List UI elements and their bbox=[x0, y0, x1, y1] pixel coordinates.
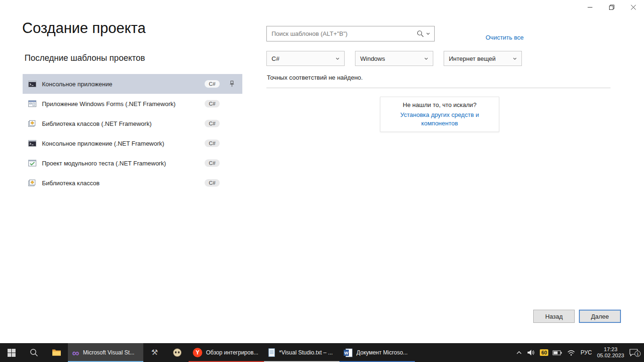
class-library-icon bbox=[28, 180, 37, 186]
taskbar: ∞ Microsoft Visual St... ⚒ Y Обзор интег… bbox=[0, 343, 644, 362]
yandex-browser-icon: Y bbox=[193, 348, 202, 357]
notification-count-badge: 1 bbox=[635, 351, 641, 357]
file-explorer-button[interactable] bbox=[45, 343, 68, 362]
template-row[interactable]: Библиотека классов C# bbox=[23, 173, 242, 193]
chevron-down-icon bbox=[424, 58, 428, 60]
template-row[interactable]: Консольное приложение C# bbox=[23, 74, 242, 94]
taskbar-task-notepad[interactable]: *Visual Studio.txt – ... bbox=[264, 343, 339, 362]
template-label: Библиотека классов (.NET Framework) bbox=[42, 120, 205, 127]
action-center-button[interactable]: 1 bbox=[628, 349, 639, 356]
page-title: Создание проекта bbox=[22, 20, 146, 37]
windows-logo-icon bbox=[8, 349, 16, 357]
not-found-title: Не нашли то, что искали? bbox=[383, 101, 496, 108]
template-label: Библиотека классов bbox=[42, 180, 205, 187]
language-badge: C# bbox=[205, 140, 220, 147]
language-indicator[interactable]: РУС bbox=[579, 349, 593, 356]
speaker-icon bbox=[527, 349, 536, 356]
taskbar-task-yandex-browser[interactable]: Y Обзор интегриров... bbox=[189, 343, 264, 362]
winforms-app-icon bbox=[28, 100, 37, 107]
volume-button[interactable] bbox=[526, 349, 537, 356]
template-label: Консольное приложение (.NET Framework) bbox=[42, 140, 205, 147]
template-label: Проект модульного теста (.NET Framework) bbox=[42, 160, 205, 167]
template-label: Приложение Windows Forms (.NET Framework… bbox=[42, 100, 205, 107]
hammer-pick-icon: ⚒ bbox=[151, 349, 158, 356]
taskbar-task-visual-studio[interactable]: ∞ Microsoft Visual St... bbox=[68, 343, 143, 362]
battery-percent-badge[interactable]: 60 bbox=[540, 349, 548, 356]
visual-studio-icon: ∞ bbox=[72, 348, 79, 358]
recent-templates-heading: Последние шаблоны проектов bbox=[25, 53, 145, 63]
clock[interactable]: 17:23 05.02.2023 bbox=[596, 346, 625, 359]
language-badge: C# bbox=[205, 159, 220, 167]
window-controls bbox=[579, 0, 644, 14]
task-label: Документ Microso... bbox=[356, 349, 408, 356]
language-badge: C# bbox=[205, 100, 220, 107]
svg-text:W: W bbox=[344, 351, 348, 355]
language-badge: C# bbox=[205, 179, 220, 187]
not-found-box: Не нашли то, что искали? Установка други… bbox=[380, 97, 499, 132]
template-search-box bbox=[266, 26, 435, 41]
system-tray: 60 РУС 17:23 05.02.2023 1 bbox=[515, 343, 644, 362]
task-label: *Visual Studio.txt – ... bbox=[279, 349, 333, 356]
search-icon bbox=[30, 348, 38, 357]
install-tools-link[interactable]: Установка других средств и компонентов bbox=[400, 111, 479, 127]
taskbar-task-word[interactable]: W Документ Microso... bbox=[339, 343, 415, 362]
language-filter-dropdown[interactable]: C# bbox=[266, 51, 345, 66]
language-badge: C# bbox=[205, 80, 220, 88]
battery-button[interactable] bbox=[552, 350, 563, 355]
minimize-button[interactable] bbox=[579, 0, 601, 14]
search-icon[interactable] bbox=[417, 30, 424, 37]
close-button[interactable] bbox=[622, 0, 644, 14]
wifi-icon bbox=[567, 350, 575, 356]
game-face-icon bbox=[173, 348, 182, 357]
template-row[interactable]: Библиотека классов (.NET Framework) C# bbox=[23, 114, 242, 133]
class-library-icon bbox=[28, 120, 37, 127]
next-button[interactable]: Далее bbox=[579, 310, 621, 323]
template-row[interactable]: Приложение Windows Forms (.NET Framework… bbox=[23, 94, 242, 114]
close-icon bbox=[631, 5, 636, 10]
language-badge: C# bbox=[205, 120, 220, 127]
network-button[interactable] bbox=[566, 350, 576, 356]
chevron-up-icon bbox=[516, 351, 522, 354]
platform-filter-value: Windows bbox=[360, 55, 385, 62]
chevron-down-icon bbox=[513, 58, 517, 60]
clear-all-link[interactable]: Очистить все bbox=[486, 34, 524, 41]
taskbar-app-tools[interactable]: ⚒ bbox=[143, 343, 166, 362]
battery-icon bbox=[553, 350, 562, 355]
template-label: Консольное приложение bbox=[42, 81, 205, 88]
console-app-icon bbox=[28, 140, 37, 147]
word-icon: W bbox=[344, 348, 353, 357]
template-row[interactable]: Консольное приложение (.NET Framework) C… bbox=[23, 133, 242, 153]
taskbar-search-button[interactable] bbox=[23, 343, 45, 362]
task-label: Обзор интегриров... bbox=[206, 349, 258, 356]
pin-icon bbox=[230, 81, 234, 87]
project-type-filter-value: Интернет вещей bbox=[449, 55, 495, 62]
restore-icon bbox=[609, 5, 614, 10]
language-filter-value: C# bbox=[272, 55, 280, 62]
unit-test-icon bbox=[28, 160, 37, 166]
restore-button[interactable] bbox=[601, 0, 622, 14]
recent-templates-list: Консольное приложение C# Приложение Wind… bbox=[23, 74, 242, 193]
tray-time: 17:23 bbox=[597, 346, 624, 353]
project-type-filter-dropdown[interactable]: Интернет вещей bbox=[444, 51, 522, 66]
pin-button[interactable] bbox=[224, 81, 239, 87]
platform-filter-dropdown[interactable]: Windows bbox=[355, 51, 433, 66]
template-row[interactable]: Проект модульного теста (.NET Framework)… bbox=[23, 153, 242, 173]
search-dropdown-caret-icon[interactable] bbox=[426, 33, 430, 35]
taskbar-app-game[interactable] bbox=[166, 343, 189, 362]
no-match-message: Точных соответствий не найдено. bbox=[267, 74, 363, 81]
minimize-icon bbox=[587, 5, 593, 10]
notepad-icon bbox=[268, 348, 275, 357]
folder-icon bbox=[52, 349, 61, 356]
search-input[interactable] bbox=[267, 30, 417, 37]
chevron-down-icon bbox=[336, 58, 339, 60]
back-button[interactable]: Назад bbox=[533, 310, 575, 323]
start-button[interactable] bbox=[0, 343, 23, 362]
results-divider bbox=[266, 88, 611, 88]
console-app-icon bbox=[28, 81, 37, 87]
task-label: Microsoft Visual St... bbox=[83, 349, 134, 356]
tray-date: 05.02.2023 bbox=[597, 353, 624, 359]
hidden-icons-button[interactable] bbox=[515, 351, 523, 354]
